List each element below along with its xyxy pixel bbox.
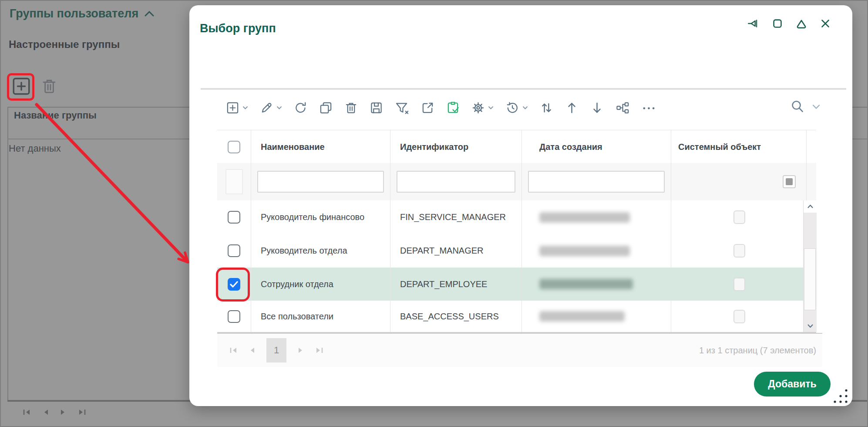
search-icon[interactable] bbox=[790, 99, 805, 114]
history-button[interactable] bbox=[505, 101, 528, 115]
vertical-scrollbar[interactable] bbox=[803, 200, 817, 332]
cell-id: DEPART_MANAGER bbox=[390, 234, 522, 268]
column-header-id[interactable]: Идентификатор bbox=[390, 130, 522, 163]
system-checkbox bbox=[733, 310, 745, 323]
table-row[interactable]: Все пользователи BASE_ACCESS_USERS bbox=[217, 301, 816, 333]
blurred-date bbox=[539, 311, 625, 322]
cell-id: DEPART_EMPLOYEE bbox=[390, 268, 522, 301]
group-select-dialog: Выбор групп bbox=[189, 5, 852, 406]
next-page-icon[interactable] bbox=[298, 347, 303, 354]
dialog-toolbar bbox=[226, 97, 656, 118]
cell-id: FIN_SERVICE_MANAGER bbox=[390, 200, 522, 234]
chevron-down-icon[interactable] bbox=[522, 106, 528, 110]
filter-row bbox=[217, 163, 816, 201]
filter-date-input[interactable] bbox=[528, 171, 665, 193]
system-checkbox bbox=[733, 210, 745, 224]
apply-check-button[interactable] bbox=[446, 101, 460, 115]
system-checkbox bbox=[733, 244, 745, 258]
add-button[interactable] bbox=[226, 101, 248, 115]
search-area bbox=[790, 99, 820, 114]
title-divider bbox=[201, 88, 846, 90]
delete-button[interactable] bbox=[344, 101, 358, 115]
sort-button[interactable] bbox=[540, 101, 553, 115]
table-row[interactable]: Руководитель финансово FIN_SERVICE_MANAG… bbox=[217, 200, 816, 234]
table-row-selected[interactable]: Сотрудник отдела DEPART_EMPLOYEE bbox=[217, 268, 816, 301]
last-page-icon[interactable] bbox=[315, 347, 323, 354]
select-all-checkbox[interactable] bbox=[228, 141, 240, 153]
move-up-button[interactable] bbox=[565, 101, 579, 115]
settings-button[interactable] bbox=[471, 101, 494, 115]
chevron-down-icon[interactable] bbox=[488, 106, 494, 110]
clear-filter-button[interactable] bbox=[395, 101, 409, 115]
detach-icon[interactable] bbox=[747, 17, 760, 30]
current-page[interactable]: 1 bbox=[266, 338, 286, 363]
collapse-icon[interactable] bbox=[794, 17, 808, 30]
groups-table: Наименование Идентификатор Дата создания… bbox=[217, 130, 816, 332]
screenshot-root: Группы пользователя Настроенные группы Н… bbox=[0, 0, 868, 427]
blurred-date bbox=[539, 279, 633, 289]
chevron-down-icon[interactable] bbox=[276, 106, 282, 110]
row-checkbox[interactable] bbox=[228, 310, 240, 323]
column-header-system[interactable]: Системный объект bbox=[671, 130, 807, 163]
table-row[interactable]: Руководитель отдела DEPART_MANAGER bbox=[217, 234, 816, 268]
filter-id-input[interactable] bbox=[397, 171, 515, 193]
column-header-name[interactable]: Наименование bbox=[251, 130, 390, 163]
scrollbar-thumb[interactable] bbox=[804, 248, 816, 310]
move-down-button[interactable] bbox=[590, 101, 604, 115]
row-checkbox[interactable] bbox=[228, 211, 240, 224]
cell-name: Сотрудник отдела bbox=[251, 268, 390, 301]
scroll-up-icon[interactable] bbox=[804, 200, 817, 213]
pager-summary: 1 из 1 страниц (7 элементов) bbox=[699, 334, 816, 367]
filter-checkbox-placeholder bbox=[225, 169, 243, 194]
cell-name: Все пользователи bbox=[251, 301, 390, 332]
maximize-icon[interactable] bbox=[770, 17, 784, 30]
close-icon[interactable] bbox=[818, 17, 832, 30]
dialog-pagination: 1 1 из 1 страниц (7 элементов) bbox=[217, 333, 822, 367]
chevron-down-icon[interactable] bbox=[812, 104, 820, 109]
blurred-date bbox=[539, 246, 630, 256]
cell-id: BASE_ACCESS_USERS bbox=[390, 301, 522, 332]
cell-name: Руководитель отдела bbox=[251, 234, 390, 268]
resize-grip[interactable] bbox=[829, 387, 850, 405]
more-button[interactable] bbox=[642, 101, 656, 115]
add-button-primary[interactable]: Добавить bbox=[754, 372, 831, 396]
annotation-box-checkbox bbox=[216, 268, 250, 302]
save-button[interactable] bbox=[370, 101, 383, 115]
filter-name-input[interactable] bbox=[257, 171, 384, 193]
copy-button[interactable] bbox=[319, 101, 333, 115]
prev-page-icon[interactable] bbox=[249, 347, 255, 354]
chevron-down-icon[interactable] bbox=[242, 106, 248, 110]
annotation-box-add-button bbox=[7, 73, 34, 101]
scroll-down-icon[interactable] bbox=[804, 320, 817, 332]
dialog-title: Выбор групп bbox=[200, 22, 276, 35]
column-header-date[interactable]: Дата создания bbox=[522, 130, 671, 163]
row-checkbox[interactable] bbox=[228, 244, 240, 257]
first-page-icon[interactable] bbox=[229, 347, 238, 354]
window-controls bbox=[747, 17, 832, 30]
edit-button[interactable] bbox=[260, 101, 282, 115]
export-button[interactable] bbox=[421, 101, 434, 115]
system-checkbox bbox=[733, 278, 745, 291]
blurred-date bbox=[539, 212, 630, 223]
hierarchy-button[interactable] bbox=[616, 101, 630, 115]
refresh-button[interactable] bbox=[294, 101, 307, 115]
table-header-row: Наименование Идентификатор Дата создания… bbox=[217, 130, 816, 164]
cell-name: Руководитель финансово bbox=[251, 200, 390, 234]
filter-system-checkbox[interactable] bbox=[783, 175, 796, 188]
